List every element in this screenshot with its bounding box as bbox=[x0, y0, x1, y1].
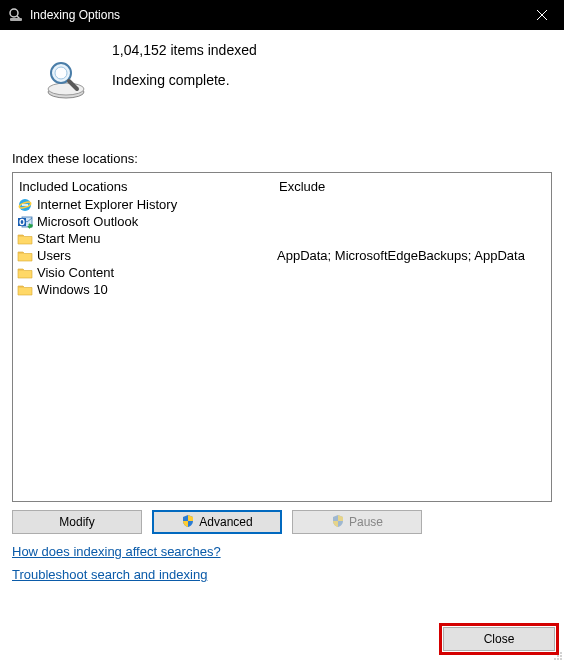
svg-point-19 bbox=[554, 658, 556, 660]
location-exclude: AppData; MicrosoftEdgeBackups; AppData bbox=[277, 247, 551, 264]
svg-rect-2 bbox=[10, 18, 22, 21]
indexing-status-message: Indexing complete. bbox=[112, 72, 544, 92]
svg-point-20 bbox=[557, 658, 559, 660]
svg-point-16 bbox=[560, 652, 562, 654]
locations-listbox[interactable]: Included Locations Exclude Internet Expl… bbox=[12, 172, 552, 502]
how-indexing-affects-link[interactable]: How does indexing affect searches? bbox=[12, 544, 221, 559]
window-close-button[interactable] bbox=[519, 0, 564, 30]
status-area: 1,04,152 items indexed Indexing complete… bbox=[0, 30, 564, 117]
items-indexed-count: 1,04,152 items indexed bbox=[112, 36, 544, 72]
ie-icon bbox=[17, 197, 33, 213]
pause-button: Pause bbox=[292, 510, 422, 534]
indexing-options-icon bbox=[8, 7, 24, 23]
column-header-included: Included Locations bbox=[13, 179, 279, 194]
location-name: Start Menu bbox=[37, 230, 277, 247]
location-name: Internet Explorer History bbox=[37, 196, 277, 213]
folder-icon bbox=[17, 265, 33, 281]
location-row[interactable]: Visio Content bbox=[13, 264, 551, 281]
locations-header: Included Locations Exclude bbox=[13, 173, 551, 196]
index-locations-label: Index these locations: bbox=[0, 117, 564, 172]
magnifier-drive-icon bbox=[42, 56, 90, 107]
location-row[interactable]: Windows 10 bbox=[13, 281, 551, 298]
troubleshoot-link[interactable]: Troubleshoot search and indexing bbox=[12, 567, 207, 582]
close-icon bbox=[537, 10, 547, 20]
advanced-button[interactable]: Advanced bbox=[152, 510, 282, 534]
svg-point-0 bbox=[10, 9, 18, 17]
titlebar: Indexing Options bbox=[0, 0, 564, 30]
column-header-exclude: Exclude bbox=[279, 179, 551, 194]
svg-rect-12 bbox=[22, 204, 28, 206]
folder-icon bbox=[17, 282, 33, 298]
svg-point-17 bbox=[557, 655, 559, 657]
advanced-button-label: Advanced bbox=[199, 515, 252, 529]
action-buttons-row: Modify Advanced Pause bbox=[0, 502, 564, 538]
window-title: Indexing Options bbox=[30, 8, 519, 22]
folder-icon bbox=[17, 231, 33, 247]
shield-icon bbox=[181, 514, 195, 531]
location-row[interactable]: UsersAppData; MicrosoftEdgeBackups; AppD… bbox=[13, 247, 551, 264]
location-name: Microsoft Outlook bbox=[37, 213, 277, 230]
location-row[interactable]: Internet Explorer History bbox=[13, 196, 551, 213]
location-name: Users bbox=[37, 247, 277, 264]
modify-button[interactable]: Modify bbox=[12, 510, 142, 534]
folder-icon bbox=[17, 248, 33, 264]
location-name: Windows 10 bbox=[37, 281, 277, 298]
outlook-icon bbox=[17, 214, 33, 230]
close-button[interactable]: Close bbox=[443, 627, 555, 651]
svg-point-18 bbox=[560, 655, 562, 657]
shield-icon bbox=[331, 514, 345, 531]
svg-point-8 bbox=[55, 67, 67, 79]
resize-grip[interactable] bbox=[553, 650, 563, 660]
svg-point-21 bbox=[560, 658, 562, 660]
location-row[interactable]: Start Menu bbox=[13, 230, 551, 247]
location-name: Visio Content bbox=[37, 264, 277, 281]
pause-button-label: Pause bbox=[349, 515, 383, 529]
location-row[interactable]: Microsoft Outlook bbox=[13, 213, 551, 230]
